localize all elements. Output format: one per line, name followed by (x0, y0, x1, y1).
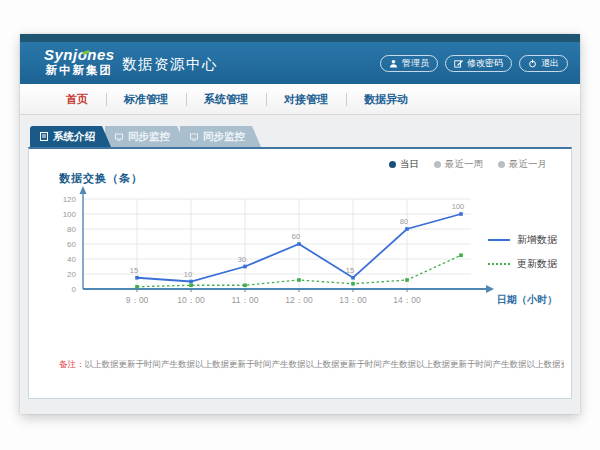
x-tick-label: 11：00 (232, 295, 259, 305)
button-label: 管理员 (402, 57, 429, 70)
data-point (243, 265, 247, 269)
header-actions: 管理员修改密码退出 (380, 55, 568, 72)
data-point (351, 282, 355, 286)
y-axis-arrow-icon (80, 186, 87, 194)
time-filter-0[interactable]: 当日 (389, 158, 419, 171)
nav-item-4[interactable]: 数据异动 (346, 84, 426, 115)
radio-dot-icon (498, 161, 505, 168)
logout-button[interactable]: 退出 (519, 55, 568, 72)
tab-label: 同步监控 (203, 130, 245, 144)
radio-label: 最近一周 (445, 158, 483, 171)
y-tick-label: 20 (67, 270, 76, 279)
y-tick-label: 120 (63, 195, 77, 204)
nav-item-2[interactable]: 系统管理 (186, 84, 266, 115)
brand-logo: Synjones 新中新集团 (44, 47, 115, 77)
tab-2[interactable]: 同步监控 (180, 126, 261, 147)
data-point-label: 100 (452, 202, 465, 211)
monitor-icon (190, 133, 198, 141)
data-point (243, 283, 247, 287)
x-tick-label: 10：00 (177, 295, 205, 305)
time-filter-2[interactable]: 最近一月 (498, 158, 547, 171)
monitor-icon (115, 133, 123, 141)
y-tick-label: 80 (67, 225, 76, 234)
edit-button[interactable]: 修改密码 (445, 55, 512, 72)
tab-1[interactable]: 同步监控 (105, 126, 186, 147)
time-filter-group: 当日最近一周最近一月 (389, 158, 547, 171)
tab-bar: 系统介绍同步监控同步监控 (30, 126, 572, 147)
logo-subtext: 新中新集团 (44, 63, 115, 77)
data-point-label: 15 (130, 266, 138, 275)
legend-item-0[interactable]: 新增数据 (488, 233, 557, 247)
data-point (459, 253, 463, 257)
data-point (189, 283, 193, 287)
logo-text: Synjones (44, 47, 115, 63)
x-tick-label: 13：00 (339, 295, 367, 305)
x-tick-label: 9：00 (126, 295, 149, 305)
data-point-label: 60 (292, 232, 300, 241)
nav-item-1[interactable]: 标准管理 (106, 84, 186, 115)
y-tick-label: 40 (67, 255, 76, 264)
top-strip (20, 34, 580, 42)
legend-label: 更新数据 (517, 257, 557, 271)
legend-line-icon (488, 239, 510, 241)
app-window: Synjones 新中新集团 数据资源中心 管理员修改密码退出 首页标准管理系统… (20, 34, 580, 414)
data-point (351, 276, 355, 280)
y-tick-label: 60 (67, 240, 76, 249)
data-point (297, 242, 301, 246)
data-point (297, 278, 301, 282)
data-point (189, 280, 193, 284)
tab-label: 同步监控 (128, 130, 170, 144)
user-button[interactable]: 管理员 (380, 55, 438, 72)
x-tick-label: 12：00 (285, 295, 313, 305)
legend-label: 新增数据 (517, 233, 557, 247)
data-point (459, 212, 463, 216)
edit-icon (454, 59, 463, 68)
data-point (135, 276, 139, 280)
chart-panel: 当日最近一周最近一月 数据交换（条） 0204060801001209：0010… (28, 147, 572, 399)
tab-label: 系统介绍 (53, 130, 95, 144)
y-axis-title: 数据交换（条） (59, 171, 143, 186)
nav-item-home[interactable]: 首页 (48, 84, 106, 115)
logout-icon (528, 59, 537, 68)
radio-dot-icon (389, 161, 396, 168)
nav-item-3[interactable]: 对接管理 (266, 84, 346, 115)
x-tick-label: 14：00 (393, 295, 421, 305)
button-label: 退出 (541, 57, 559, 70)
user-icon (389, 59, 398, 68)
main-nav: 首页标准管理系统管理对接管理数据异动 (20, 84, 580, 115)
radio-dot-icon (434, 161, 441, 168)
time-filter-1[interactable]: 最近一周 (434, 158, 483, 171)
content-area: 系统介绍同步监控同步监控 当日最近一周最近一月 数据交换（条） 02040608… (20, 115, 580, 399)
data-point-label: 15 (346, 266, 354, 275)
app-header: Synjones 新中新集团 数据资源中心 管理员修改密码退出 (20, 42, 580, 84)
radio-label: 最近一月 (509, 158, 547, 171)
footnote-text: 以上数据更新于时间产生数据以上数据更新于时间产生数据以上数据更新于时间产生数据以… (85, 359, 565, 369)
y-tick-label: 100 (63, 210, 77, 219)
page-title: 数据资源中心 (122, 55, 218, 74)
x-axis-arrow-icon (486, 285, 494, 293)
radio-label: 当日 (400, 158, 419, 171)
x-axis-label: 日期（小时） (497, 294, 557, 305)
data-point (135, 285, 139, 289)
footnote-label: 备注： (59, 359, 85, 369)
legend-item-1[interactable]: 更新数据 (488, 257, 557, 271)
y-tick-label: 0 (72, 285, 77, 294)
button-label: 修改密码 (467, 57, 503, 70)
data-point-label: 10 (184, 270, 192, 279)
chart-legend: 新增数据更新数据 (488, 233, 557, 281)
legend-line-icon (488, 263, 510, 265)
data-point (405, 227, 409, 231)
document-icon (40, 132, 48, 141)
data-point (405, 278, 409, 282)
tab-0[interactable]: 系统介绍 (30, 126, 111, 147)
data-point-label: 80 (400, 217, 408, 226)
data-point-label: 30 (238, 255, 246, 264)
footnote: 备注：以上数据更新于时间产生数据以上数据更新于时间产生数据以上数据更新于时间产生… (59, 359, 564, 371)
